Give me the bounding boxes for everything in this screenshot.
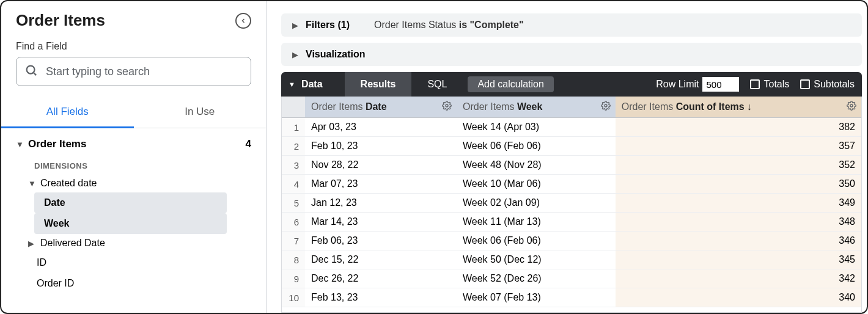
cell-date[interactable]: Feb 06, 23 [305, 232, 457, 250]
field-search-input[interactable] [16, 57, 251, 86]
chevron-left-icon [240, 17, 247, 24]
cell-week[interactable]: Week 10 (Mar 06) [457, 175, 616, 194]
table-header-row: Order Items Date Order Items Week Order … [282, 97, 861, 118]
caret-down-icon[interactable]: ▼ [289, 81, 295, 88]
cell-week[interactable]: Week 48 (Nov 28) [457, 156, 616, 175]
field-created-date-week[interactable]: Week [34, 213, 227, 234]
subtotals-label: Subtotals [814, 79, 855, 90]
cell-date[interactable]: Mar 07, 23 [305, 175, 457, 194]
caret-right-icon: ▶ [292, 50, 298, 59]
row-number: 3 [282, 156, 305, 175]
cell-date[interactable]: Feb 13, 23 [305, 288, 457, 307]
tab-all-fields[interactable]: All Fields [1, 97, 134, 128]
caret-right-icon: ▶ [28, 239, 37, 248]
cell-week[interactable]: Week 11 (Mar 13) [457, 213, 616, 232]
cell-date[interactable]: Apr 03, 23 [305, 118, 457, 137]
visualization-label: Visualization [306, 49, 366, 60]
checkbox-icon [750, 79, 760, 89]
view-label: Order Items [28, 138, 86, 150]
svg-point-4 [850, 104, 853, 107]
field-id[interactable]: ID [16, 252, 251, 273]
field-order-id[interactable]: Order ID [16, 273, 251, 294]
totals-label: Totals [763, 79, 789, 90]
cell-date[interactable]: Jan 12, 23 [305, 194, 457, 213]
data-label[interactable]: Data [301, 79, 323, 90]
tab-in-use[interactable]: In Use [134, 97, 267, 128]
visualization-panel[interactable]: ▶ Visualization [281, 43, 862, 66]
col-order-items-date[interactable]: Order Items Date [305, 97, 457, 118]
view-field-count: 4 [246, 138, 251, 150]
cell-date[interactable]: Feb 10, 23 [305, 137, 457, 156]
cell-week[interactable]: Week 02 (Jan 09) [457, 194, 616, 213]
field-created-date[interactable]: ▼ Created date [16, 174, 251, 192]
svg-point-0 [27, 66, 35, 74]
cell-count[interactable]: 382 [616, 118, 861, 137]
row-number: 7 [282, 232, 305, 250]
cell-week[interactable]: Week 07 (Feb 13) [457, 288, 616, 307]
row-number: 9 [282, 269, 305, 288]
col-count-of-items[interactable]: Order Items Count of Items↓ [616, 97, 861, 118]
cell-date[interactable]: Dec 15, 22 [305, 250, 457, 269]
cell-week[interactable]: Week 06 (Feb 06) [457, 137, 616, 156]
find-field-label: Find a Field [16, 41, 251, 52]
cell-count[interactable]: 340 [616, 288, 861, 307]
row-number: 2 [282, 137, 305, 156]
cell-count[interactable]: 352 [616, 156, 861, 175]
field-delivered-date[interactable]: ▶ Delivered Date [16, 234, 251, 252]
cell-date[interactable]: Nov 28, 22 [305, 156, 457, 175]
field-label: Delivered Date [40, 238, 105, 249]
cell-count[interactable]: 345 [616, 250, 861, 269]
gear-icon[interactable] [601, 101, 611, 113]
field-tree: ▼Order Items 4 DIMENSIONS ▼ Created date… [16, 133, 251, 294]
row-number: 1 [282, 118, 305, 137]
main-panel: ▶ Filters (1) Order Items Status is "Com… [267, 1, 867, 313]
cell-count[interactable]: 346 [616, 232, 861, 250]
cell-count[interactable]: 357 [616, 137, 861, 156]
filters-panel[interactable]: ▶ Filters (1) Order Items Status is "Com… [281, 13, 862, 37]
explore-title: Order Items [16, 11, 105, 30]
cell-count[interactable]: 342 [616, 269, 861, 288]
tab-results[interactable]: Results [345, 72, 412, 97]
cell-week[interactable]: Week 50 (Dec 12) [457, 250, 616, 269]
col-rownum [282, 97, 305, 118]
search-wrap [16, 57, 251, 86]
field-created-date-date[interactable]: Date [34, 192, 227, 213]
cell-count[interactable]: 349 [616, 194, 861, 213]
gear-icon[interactable] [442, 101, 452, 113]
cell-week[interactable]: Week 06 (Feb 06) [457, 232, 616, 250]
table-body: 1Apr 03, 23Week 14 (Apr 03)3822Feb 10, 2… [282, 118, 861, 307]
cell-week[interactable]: Week 14 (Apr 03) [457, 118, 616, 137]
cell-date[interactable]: Dec 26, 22 [305, 269, 457, 288]
field-picker-sidebar: Order Items Find a Field All Fields In U… [1, 1, 267, 313]
caret-down-icon: ▼ [16, 140, 24, 149]
row-number: 4 [282, 175, 305, 194]
sort-desc-icon: ↓ [747, 101, 752, 112]
tab-sql[interactable]: SQL [411, 72, 463, 97]
cell-count[interactable]: 350 [616, 175, 861, 194]
collapse-sidebar-button[interactable] [235, 13, 251, 29]
field-label: Created date [40, 178, 97, 189]
add-calculation-button[interactable]: Add calculation [468, 76, 554, 92]
search-icon [24, 64, 38, 79]
results-table: Order Items Date Order Items Week Order … [282, 97, 861, 307]
table-row: 8Dec 15, 22Week 50 (Dec 12)345 [282, 250, 861, 269]
row-number: 8 [282, 250, 305, 269]
col-order-items-week[interactable]: Order Items Week [457, 97, 616, 118]
cell-count[interactable]: 348 [616, 213, 861, 232]
subtotals-checkbox[interactable]: Subtotals [800, 79, 855, 90]
results-table-wrap: Order Items Date Order Items Week Order … [281, 97, 862, 313]
row-limit-label: Row Limit [656, 79, 699, 90]
svg-point-2 [446, 104, 448, 107]
view-order-items[interactable]: ▼Order Items 4 [16, 133, 251, 155]
gear-icon[interactable] [847, 101, 856, 113]
cell-date[interactable]: Mar 14, 23 [305, 213, 457, 232]
checkbox-icon [800, 79, 810, 89]
row-limit-input[interactable] [702, 77, 739, 92]
filter-summary-value: is "Complete" [459, 20, 524, 30]
row-number: 5 [282, 194, 305, 213]
table-row: 2Feb 10, 23Week 06 (Feb 06)357 [282, 137, 861, 156]
table-row: 10Feb 13, 23Week 07 (Feb 13)340 [282, 288, 861, 307]
totals-checkbox[interactable]: Totals [750, 79, 789, 90]
row-number: 10 [282, 288, 305, 307]
cell-week[interactable]: Week 52 (Dec 26) [457, 269, 616, 288]
